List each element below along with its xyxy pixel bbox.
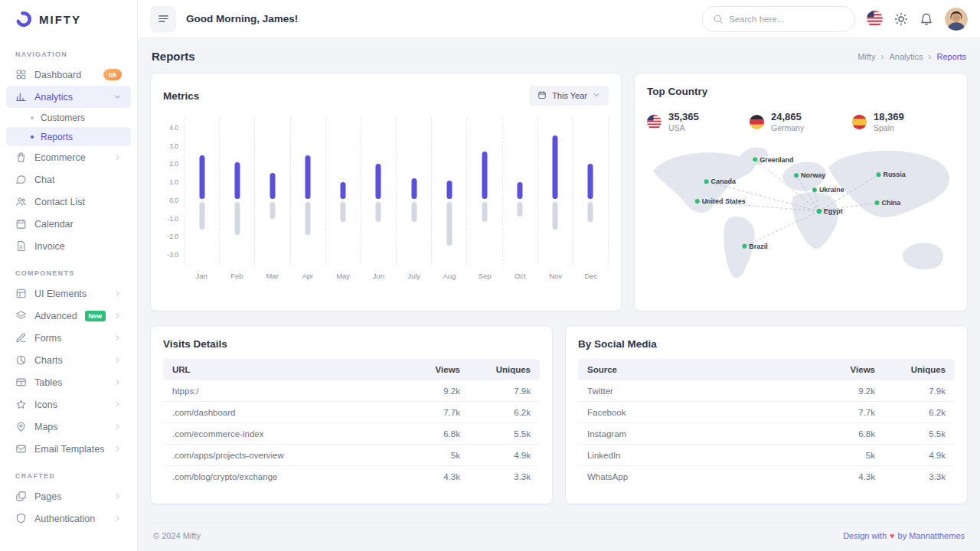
menu-toggle-button[interactable] (150, 6, 176, 32)
logo-text: MIFTY (39, 13, 81, 26)
chart-y-axis: 4.03.02.01.00.0-1.0-2.0-3.0 (163, 118, 184, 265)
search-icon (713, 14, 724, 24)
country-value: 24,865 (771, 111, 804, 122)
row-label[interactable]: .com/apps/projects-overview (163, 445, 399, 466)
count-badge: 08 (103, 69, 122, 80)
chart-x-axis: JanFebMarAprMayJunJulyAugSepOctNovDec (184, 272, 609, 280)
map-label-brazil: Brazil (749, 243, 767, 250)
ecommerce-icon (15, 152, 27, 163)
bullet-dot (31, 116, 34, 119)
chart-column (573, 118, 609, 265)
user-avatar[interactable] (945, 8, 968, 31)
year-filter-button[interactable]: This Year (529, 86, 609, 106)
x-tick-label: Dec (573, 272, 609, 280)
sidebar-item-contact-list[interactable]: Contact List (6, 191, 131, 213)
bar-negative (270, 202, 275, 219)
row-label[interactable]: htpps:/ (163, 380, 399, 402)
sidebar-item-maps[interactable]: Maps (6, 416, 131, 438)
sidebar-item-forms[interactable]: Forms (6, 327, 131, 349)
breadcrumb-item-analytics[interactable]: Analytics (889, 52, 923, 61)
table-row: LinkedIn5k4.9k (578, 445, 955, 466)
sidebar-item-email-templates[interactable]: Email Templates (6, 438, 131, 460)
map-point-ukraine (812, 187, 817, 192)
sidebar-item-pages[interactable]: Pages (6, 485, 131, 507)
table-row: .com/dashboard7.7k6.2k (163, 402, 540, 423)
sidebar-item-label: Tables (34, 377, 106, 388)
sidebar-item-dashboard[interactable]: Dashboard08 (6, 64, 131, 86)
sidebar-item-label: Forms (34, 333, 106, 344)
bar-positive (305, 155, 311, 200)
row-value: 7.7k (814, 402, 884, 423)
map-label-greenland: Greenland (760, 156, 793, 164)
row-label[interactable]: .com/ecommerce-index (163, 423, 399, 445)
row-label[interactable]: .com/blog/crypto/exchange (163, 466, 399, 487)
map-point-egypt (816, 209, 822, 214)
chart-column (502, 118, 537, 265)
row-label[interactable]: LinkedIn (578, 445, 814, 466)
copyright-text: © 2024 Mifty (153, 531, 201, 540)
analytics-icon (15, 91, 27, 103)
bar-positive (518, 182, 523, 199)
breadcrumb-item-mifty[interactable]: Mifty (858, 52, 875, 61)
map-label-china: China (881, 199, 901, 207)
row-label[interactable]: Instagram (578, 423, 814, 445)
row-value: 6.8k (814, 423, 884, 445)
sidebar-item-calendar[interactable]: Calendar (6, 213, 131, 235)
top-row: Metrics This Year 4.03.02.01.00.0-1.0-2.… (150, 73, 968, 311)
sidebar-item-ecommerce[interactable]: Ecommerce (6, 146, 131, 168)
map-label-ukraine: Ukraine (819, 186, 844, 194)
row-label[interactable]: .com/dashboard (163, 402, 399, 423)
sidebar-subitem-reports[interactable]: Reports (6, 127, 131, 146)
visits-table: URLViewsUniques htpps:/9.2k7.9k.com/dash… (163, 359, 540, 487)
pages-icon (15, 491, 27, 502)
language-flag-us-icon[interactable] (867, 11, 883, 27)
sidebar-subitem-customers[interactable]: Customers (6, 108, 131, 127)
theme-toggle-sun-icon[interactable] (894, 12, 908, 26)
x-tick-label: Jan (184, 272, 219, 280)
row-label[interactable]: Facebook (578, 402, 814, 423)
heart-icon: ♥ (890, 531, 895, 540)
sidebar-item-label: Ecommerce (34, 152, 106, 163)
sidebar-item-ui-elements[interactable]: UI Elements (6, 282, 131, 305)
x-tick-label: Jun (361, 272, 396, 280)
logo-icon (15, 11, 32, 28)
bar-positive (588, 164, 593, 199)
sidebar-item-authentication[interactable]: Authentication (6, 507, 131, 530)
bullet-dot (31, 135, 34, 139)
x-tick-label: Apr (290, 272, 325, 280)
sidebar-item-label: Icons (34, 399, 106, 410)
row-label[interactable]: WhatsApp (578, 466, 814, 487)
country-label: Germany (771, 123, 804, 132)
bar-negative (482, 202, 487, 223)
map-continent-australia (903, 243, 943, 269)
chevron-down-icon (113, 93, 122, 101)
country-stat: 24,865Germany (750, 111, 852, 132)
bar-negative (305, 202, 311, 235)
chart-column (325, 118, 361, 265)
sidebar-item-analytics[interactable]: Analytics (6, 86, 131, 108)
map-label-russia: Russia (883, 171, 906, 178)
metrics-bar-chart: 4.03.02.01.00.0-1.0-2.0-3.0 (163, 118, 609, 265)
y-tick-label: 2.0 (169, 160, 178, 168)
breadcrumb-item-reports[interactable]: Reports (936, 52, 966, 61)
notifications-bell-icon[interactable] (920, 12, 933, 26)
col-header-views: Views (399, 359, 469, 380)
sidebar-item-invoice[interactable]: Invoice (6, 235, 131, 257)
row-value: 4.3k (399, 466, 469, 487)
row-label[interactable]: Twitter (578, 380, 814, 402)
bar-negative (411, 202, 416, 223)
sidebar-item-charts[interactable]: Charts (6, 349, 131, 371)
map-point-greenland (753, 157, 757, 161)
sidebar-item-advanced-ui[interactable]: Advanced UINew (6, 305, 131, 327)
map-continent-africa (792, 192, 838, 249)
contacts-icon (15, 196, 27, 207)
sidebar-item-chat[interactable]: Chat (6, 168, 131, 191)
sidebar-item-tables[interactable]: Tables (6, 371, 131, 393)
page-head: Reports Mifty›Analytics›Reports (150, 38, 968, 73)
sidebar-item-icons[interactable]: Icons (6, 393, 131, 416)
chevron-right-icon (113, 445, 122, 453)
logo[interactable]: MIFTY (0, 0, 137, 38)
credit-suffix[interactable]: by Mannatthemes (898, 531, 965, 540)
search-input[interactable] (729, 15, 847, 24)
world-map: GreenlandCanadaNorwayRussiaUkraineUnited… (647, 142, 955, 292)
